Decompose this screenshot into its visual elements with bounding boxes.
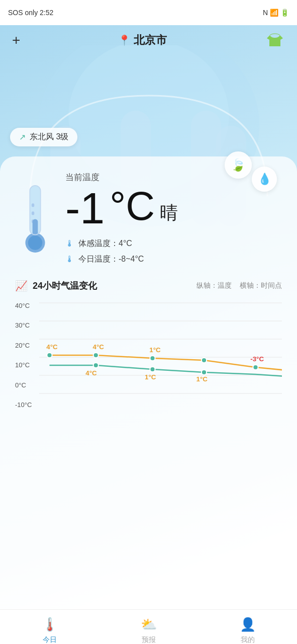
y-label-10: 10°C bbox=[15, 361, 39, 369]
nav-forecast-label: 预报 bbox=[142, 635, 156, 644]
shirt-icon bbox=[266, 31, 284, 49]
svg-point-27 bbox=[150, 367, 155, 372]
svg-text:4°C: 4°C bbox=[46, 343, 58, 351]
nfc-icon: N bbox=[263, 9, 268, 17]
temp-main: -1 °C 晴 bbox=[65, 186, 282, 230]
city-location[interactable]: 📍 北京市 bbox=[118, 33, 167, 48]
today-temp-row: 🌡 今日温度：-8~4°C bbox=[65, 254, 282, 265]
dressing-button[interactable] bbox=[265, 30, 285, 50]
chart-svg: 4°C 4°C 1°C -3°C 4°C 1°C 1°C bbox=[39, 300, 282, 411]
y-label-0: 0°C bbox=[15, 381, 39, 389]
svg-text:1°C: 1°C bbox=[196, 375, 208, 383]
nav-profile-label: 我的 bbox=[241, 635, 255, 644]
temperature-value: -1 bbox=[65, 186, 105, 230]
wind-tag: ↗ 东北风 3级 bbox=[10, 128, 77, 146]
location-pin-icon: 📍 bbox=[118, 34, 131, 46]
nav-profile-icon: 👤 bbox=[240, 617, 256, 632]
temp-info: 当前温度 -1 °C 晴 🌡 体感温度：4°C 🌡 今日温度：-8~4°C bbox=[65, 172, 282, 270]
chart-header: 📈 24小时气温变化 纵轴：温度 横轴：时间点 bbox=[15, 280, 282, 292]
chart-icon: 📈 bbox=[15, 280, 28, 292]
nav-today[interactable]: 🌡️ 今日 bbox=[42, 617, 58, 644]
drop-icon-button[interactable]: 💧 bbox=[252, 167, 277, 192]
y-axis-label: 纵轴：温度 bbox=[196, 281, 232, 289]
svg-point-26 bbox=[93, 363, 98, 368]
today-temp-label: 今日温度：-8~4°C bbox=[78, 254, 144, 265]
wifi-icon: 🔋 bbox=[280, 9, 289, 17]
svg-text:4°C: 4°C bbox=[93, 343, 105, 351]
add-city-button[interactable]: + bbox=[12, 32, 20, 48]
svg-point-23 bbox=[202, 358, 207, 363]
app-wrapper: + 📍 北京市 ↗ 东北风 3级 🍃 💧 bbox=[0, 25, 297, 644]
chart-title: 24小时气温变化 bbox=[33, 280, 97, 292]
feels-like-label: 体感温度：4°C bbox=[78, 238, 132, 249]
temp-unit: °C bbox=[110, 186, 155, 226]
chart-axis-labels: 纵轴：温度 横轴：时间点 bbox=[190, 281, 282, 290]
chart-section: 📈 24小时气温变化 纵轴：温度 横轴：时间点 40°C 30°C 20°C 1… bbox=[15, 280, 282, 426]
temperature-chart: 40°C 30°C 20°C 10°C 0°C -10°C bbox=[15, 300, 282, 416]
svg-point-21 bbox=[93, 353, 98, 358]
signal-icon: 📶 bbox=[270, 9, 278, 17]
nav-today-icon: 🌡️ bbox=[42, 617, 58, 632]
thermometer-icon bbox=[15, 177, 55, 257]
thermometer bbox=[15, 177, 55, 257]
svg-text:1°C: 1°C bbox=[149, 346, 161, 354]
svg-rect-8 bbox=[32, 211, 34, 215]
feels-icon: 🌡 bbox=[65, 238, 74, 249]
svg-point-28 bbox=[202, 370, 207, 375]
svg-point-24 bbox=[253, 365, 258, 370]
temp-details: 🌡 体感温度：4°C 🌡 今日温度：-8~4°C bbox=[65, 238, 282, 265]
chart-plot-area: 4°C 4°C 1°C -3°C 4°C 1°C 1°C bbox=[39, 300, 282, 411]
svg-text:1°C: 1°C bbox=[145, 373, 156, 381]
weather-content: 🍃 💧 bbox=[0, 156, 297, 609]
y-label-30: 30°C bbox=[15, 321, 39, 329]
nav-forecast[interactable]: ⛅ 预报 bbox=[141, 617, 157, 644]
y-axis: 40°C 30°C 20°C 10°C 0°C -10°C bbox=[15, 300, 39, 411]
city-name: 北京市 bbox=[134, 33, 167, 48]
today-icon: 🌡 bbox=[65, 254, 74, 265]
svg-text:-3°C: -3°C bbox=[250, 355, 264, 363]
x-axis-label: 横轴：时间点 bbox=[240, 281, 282, 289]
wind-arrow-icon: ↗ bbox=[19, 132, 26, 142]
svg-point-20 bbox=[47, 353, 52, 358]
status-icons: N 📶 🔋 bbox=[263, 9, 289, 17]
leaf-icon-button[interactable]: 🍃 bbox=[225, 151, 252, 179]
y-label-minus10: -10°C bbox=[15, 401, 39, 409]
weather-condition: 晴 bbox=[160, 201, 178, 225]
status-bar: SOS only 2:52 N 📶 🔋 bbox=[0, 0, 297, 25]
status-text: SOS only 2:52 bbox=[8, 9, 53, 17]
svg-point-12 bbox=[28, 235, 42, 250]
bottom-nav: 🌡️ 今日 ⛅ 预报 👤 我的 bbox=[0, 609, 297, 644]
header: + 📍 北京市 bbox=[0, 25, 297, 57]
feels-like-row: 🌡 体感温度：4°C bbox=[65, 238, 282, 249]
nav-forecast-icon: ⛅ bbox=[141, 617, 157, 632]
nav-profile[interactable]: 👤 我的 bbox=[240, 617, 256, 644]
y-label-20: 20°C bbox=[15, 342, 39, 349]
svg-text:4°C: 4°C bbox=[85, 369, 97, 377]
svg-rect-7 bbox=[32, 203, 34, 207]
main-weather: 当前温度 -1 °C 晴 🌡 体感温度：4°C 🌡 今日温度：-8~4°C bbox=[15, 172, 282, 270]
svg-point-22 bbox=[150, 356, 155, 361]
current-temp-label: 当前温度 bbox=[65, 172, 282, 183]
nav-today-label: 今日 bbox=[43, 635, 57, 644]
y-label-40: 40°C bbox=[15, 302, 39, 309]
wind-label: 东北风 3级 bbox=[30, 132, 68, 142]
